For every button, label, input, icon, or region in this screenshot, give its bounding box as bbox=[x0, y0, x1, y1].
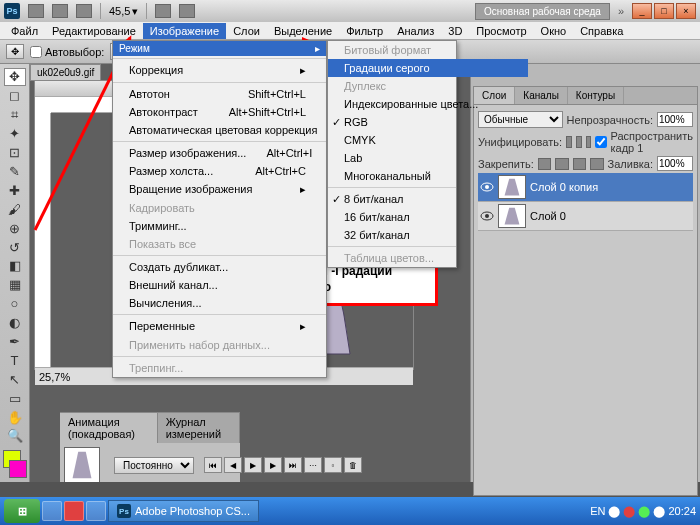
mode-16bit[interactable]: 16 бит/канал bbox=[328, 208, 528, 226]
menu-trim[interactable]: Тримминг... bbox=[113, 217, 326, 235]
marquee-tool[interactable]: ◻ bbox=[4, 87, 26, 105]
autoselect-check[interactable]: Автовыбор: bbox=[30, 46, 104, 58]
tray-icon-2[interactable]: ⬤ bbox=[623, 505, 635, 518]
paths-tab[interactable]: Контуры bbox=[568, 87, 624, 104]
shape-tool[interactable]: ▭ bbox=[4, 389, 26, 407]
menu-correction[interactable]: Коррекция bbox=[113, 61, 326, 80]
animation-tab[interactable]: Анимация (покадровая) bbox=[60, 413, 158, 443]
minimize-button[interactable]: _ bbox=[632, 3, 652, 19]
menu-file[interactable]: Файл bbox=[4, 23, 45, 39]
menu-duplicate[interactable]: Создать дубликат... bbox=[113, 258, 326, 276]
tray-icon-1[interactable]: ⬤ bbox=[608, 505, 620, 518]
lock-all-icon[interactable] bbox=[590, 158, 603, 170]
wand-tool[interactable]: ✦ bbox=[4, 125, 26, 143]
brush-tool[interactable]: 🖌 bbox=[4, 200, 26, 218]
last-frame-button[interactable]: ⏭ bbox=[284, 457, 302, 473]
maximize-button[interactable]: □ bbox=[654, 3, 674, 19]
pen-tool[interactable]: ✒ bbox=[4, 333, 26, 351]
lock-pixels-icon[interactable] bbox=[555, 158, 568, 170]
screen-mode-icon[interactable] bbox=[76, 4, 92, 18]
background-color[interactable] bbox=[9, 460, 27, 478]
menu-3d[interactable]: 3D bbox=[441, 23, 469, 39]
bridge-icon[interactable] bbox=[28, 4, 44, 18]
menu-autotone[interactable]: АвтотонShift+Ctrl+L bbox=[113, 85, 326, 103]
close-button[interactable]: × bbox=[676, 3, 696, 19]
zoom-select[interactable]: 45,5 ▾ bbox=[109, 5, 138, 18]
play-button[interactable]: ▶ bbox=[244, 457, 262, 473]
unify-vis-icon[interactable] bbox=[576, 136, 582, 148]
type-tool[interactable]: T bbox=[4, 351, 26, 369]
menu-calculations[interactable]: Вычисления... bbox=[113, 294, 326, 312]
menu-filter[interactable]: Фильтр bbox=[339, 23, 390, 39]
blur-tool[interactable]: ○ bbox=[4, 295, 26, 313]
lang-indicator[interactable]: EN bbox=[590, 505, 605, 517]
eyedropper-tool[interactable]: ✎ bbox=[4, 163, 26, 181]
unify-style-icon[interactable] bbox=[586, 136, 592, 148]
menu-autocolor[interactable]: Автоматическая цветовая коррекцияShift+C… bbox=[113, 121, 326, 139]
quicklaunch-3[interactable] bbox=[86, 501, 106, 521]
more-icon[interactable]: » bbox=[618, 5, 624, 17]
mode-multichannel[interactable]: Многоканальный bbox=[328, 167, 528, 185]
hand-icon[interactable] bbox=[155, 4, 171, 18]
menu-autocontrast[interactable]: АвтоконтрастAlt+Shift+Ctrl+L bbox=[113, 103, 326, 121]
clock[interactable]: 20:24 bbox=[668, 505, 696, 517]
tray-icon-4[interactable]: ⬤ bbox=[653, 505, 665, 518]
menu-canvas-size[interactable]: Размер холста...Alt+Ctrl+C bbox=[113, 162, 326, 180]
crop-tool[interactable]: ⊡ bbox=[4, 144, 26, 162]
prev-frame-button[interactable]: ◀ bbox=[224, 457, 242, 473]
menu-analysis[interactable]: Анализ bbox=[390, 23, 441, 39]
next-frame-button[interactable]: ▶ bbox=[264, 457, 282, 473]
mode-indexed[interactable]: Индексированные цвета... bbox=[328, 95, 528, 113]
hand-tool[interactable]: ✋ bbox=[4, 408, 26, 426]
mode-cmyk[interactable]: CMYK bbox=[328, 131, 528, 149]
menu-window[interactable]: Окно bbox=[534, 23, 574, 39]
menu-help[interactable]: Справка bbox=[573, 23, 630, 39]
menu-view[interactable]: Просмотр bbox=[469, 23, 533, 39]
stamp-tool[interactable]: ⊕ bbox=[4, 219, 26, 237]
dodge-tool[interactable]: ◐ bbox=[4, 314, 26, 332]
menu-edit[interactable]: Редактирование bbox=[45, 23, 143, 39]
unify-pos-icon[interactable] bbox=[566, 136, 572, 148]
lock-transparent-icon[interactable] bbox=[538, 158, 551, 170]
heal-tool[interactable]: ✚ bbox=[4, 181, 26, 199]
fill-input[interactable] bbox=[657, 156, 693, 171]
menu-mode[interactable]: Режим bbox=[113, 41, 326, 56]
move-tool-icon[interactable]: ✥ bbox=[6, 44, 24, 59]
menu-external-channel[interactable]: Внешний канал... bbox=[113, 276, 326, 294]
history-brush-tool[interactable]: ↺ bbox=[4, 238, 26, 256]
path-tool[interactable]: ↖ bbox=[4, 370, 26, 388]
propagate-check[interactable]: Распространить кадр 1 bbox=[595, 130, 693, 154]
animation-frame-1[interactable] bbox=[64, 447, 100, 482]
menu-variables[interactable]: Переменные bbox=[113, 317, 326, 336]
lasso-tool[interactable]: ⌗ bbox=[4, 106, 26, 124]
move-tool[interactable]: ✥ bbox=[4, 68, 26, 86]
measurement-log-tab[interactable]: Журнал измерений bbox=[158, 413, 240, 443]
menu-layers[interactable]: Слои bbox=[226, 23, 267, 39]
loop-select[interactable]: Постоянно bbox=[114, 457, 194, 474]
arrange-icon[interactable] bbox=[179, 4, 195, 18]
delete-frame-button[interactable]: 🗑 bbox=[344, 457, 362, 473]
color-swatches[interactable] bbox=[3, 450, 27, 478]
first-frame-button[interactable]: ⏮ bbox=[204, 457, 222, 473]
start-button[interactable]: ⊞ bbox=[4, 499, 40, 523]
mode-8bit[interactable]: ✓8 бит/канал bbox=[328, 190, 528, 208]
menu-select[interactable]: Выделение bbox=[267, 23, 339, 39]
workspace-button[interactable]: Основная рабочая среда bbox=[475, 3, 610, 20]
tray-icon-3[interactable]: ⬤ bbox=[638, 505, 650, 518]
lock-position-icon[interactable] bbox=[573, 158, 586, 170]
taskbar-photoshop[interactable]: Ps Adobe Photoshop CS... bbox=[108, 500, 259, 522]
mode-grayscale[interactable]: Градации серого bbox=[328, 59, 528, 77]
quicklaunch-opera[interactable] bbox=[64, 501, 84, 521]
minibridge-icon[interactable] bbox=[52, 4, 68, 18]
gradient-tool[interactable]: ▦ bbox=[4, 276, 26, 294]
mode-rgb[interactable]: ✓RGB bbox=[328, 113, 528, 131]
menu-image[interactable]: Изображение bbox=[143, 23, 226, 39]
menu-image-size[interactable]: Размер изображения...Alt+Ctrl+I bbox=[113, 144, 326, 162]
menu-rotate[interactable]: Вращение изображения bbox=[113, 180, 326, 199]
mode-lab[interactable]: Lab bbox=[328, 149, 528, 167]
opacity-input[interactable] bbox=[657, 112, 693, 127]
new-frame-button[interactable]: ▫ bbox=[324, 457, 342, 473]
tween-button[interactable]: ⋯ bbox=[304, 457, 322, 473]
quicklaunch-1[interactable] bbox=[42, 501, 62, 521]
mode-32bit[interactable]: 32 бит/канал bbox=[328, 226, 528, 244]
